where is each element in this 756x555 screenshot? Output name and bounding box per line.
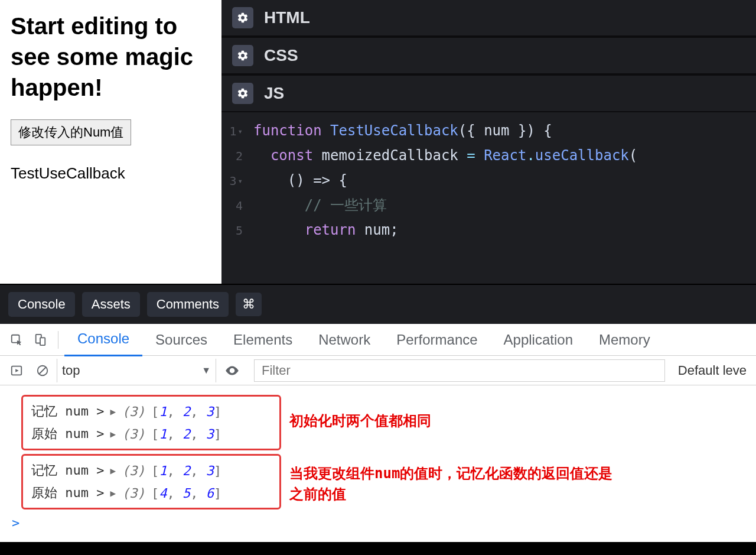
editor-js-title: JS (264, 84, 284, 103)
array-preview: [1, 2, 3] (151, 427, 221, 442)
expand-icon[interactable]: ▶ (110, 465, 116, 476)
line-number: 3▾ (221, 171, 253, 192)
inspect-element-icon[interactable] (5, 328, 28, 352)
expand-icon[interactable]: ▶ (110, 429, 116, 440)
codepen-bottom-tabs: Console Assets Comments ⌘ (0, 284, 756, 324)
devtools-console-toolbar: top ▼ Default leve (0, 356, 756, 385)
log-label: 记忆 num > (31, 462, 104, 479)
filter-input[interactable] (254, 359, 665, 382)
execution-context-select[interactable]: top ▼ (57, 359, 216, 382)
array-length: (3) (122, 463, 145, 478)
tab-assets[interactable]: Assets (82, 292, 140, 317)
log-row[interactable]: 记忆 num > ▶ (3) [1, 2, 3] (23, 400, 279, 423)
expand-icon[interactable]: ▶ (110, 488, 116, 499)
devtools-tab-sources[interactable]: Sources (142, 324, 220, 356)
array-preview: [1, 2, 3] (151, 463, 221, 478)
devtools-tab-application[interactable]: Application (491, 324, 586, 356)
array-length: (3) (122, 404, 145, 419)
line-number: 4 (221, 196, 253, 216)
annotated-group-1: 记忆 num > ▶ (3) [1, 2, 3] 原始 num > ▶ (3) … (21, 395, 281, 450)
svg-rect-2 (40, 337, 45, 345)
devtools-tab-memory[interactable]: Memory (586, 324, 663, 356)
devtools-tab-console[interactable]: Console (64, 323, 142, 356)
log-label: 记忆 num > (31, 403, 104, 420)
preview-heading: Start editing to see some magic happen! (11, 11, 211, 103)
tab-console[interactable]: Console (8, 292, 75, 317)
console-prompt[interactable]: > (12, 515, 750, 530)
line-number: 2 (221, 146, 253, 167)
annotated-group-2: 记忆 num > ▶ (3) [1, 2, 3] 原始 num > ▶ (3) … (21, 454, 281, 509)
console-output: 记忆 num > ▶ (3) [1, 2, 3] 原始 num > ▶ (3) … (0, 385, 756, 542)
editor-css-title: CSS (264, 46, 298, 65)
live-expression-icon[interactable] (219, 363, 246, 378)
svg-line-6 (40, 367, 46, 374)
code-line: () => { (253, 168, 347, 193)
array-preview: [4, 5, 6] (151, 486, 221, 501)
devtools-panel: Console Sources Elements Network Perform… (0, 324, 756, 542)
toggle-sidebar-icon[interactable] (5, 359, 28, 382)
context-value: top (62, 363, 80, 378)
svg-marker-4 (15, 369, 19, 372)
log-label: 原始 num > (31, 425, 104, 443)
editor-html-header[interactable]: HTML (221, 0, 756, 37)
log-label: 原始 num > (31, 484, 104, 502)
log-row[interactable]: 记忆 num > ▶ (3) [1, 2, 3] (23, 459, 279, 482)
log-row[interactable]: 原始 num > ▶ (3) [1, 2, 3] (23, 423, 279, 445)
editor-pane: HTML CSS JS 1▾ function TestUseCallback(… (221, 0, 756, 284)
array-preview: [1, 2, 3] (151, 404, 221, 419)
annotation-1: 初始化时两个值都相同 (289, 411, 431, 431)
gear-icon[interactable] (232, 7, 253, 28)
annotation-2: 当我更改组件num的值时，记忆化函数的返回值还是之前的值 (289, 463, 620, 505)
component-name-label: TestUseCallback (11, 164, 211, 183)
array-length: (3) (122, 427, 145, 442)
devtools-tab-network[interactable]: Network (305, 324, 383, 356)
editor-css-header[interactable]: CSS (221, 37, 756, 74)
line-number: 1▾ (221, 121, 253, 142)
code-line: function TestUseCallback({ num }) { (253, 118, 552, 143)
devtools-tab-elements[interactable]: Elements (220, 324, 305, 356)
keyboard-shortcuts-button[interactable]: ⌘ (236, 293, 262, 316)
change-num-button[interactable]: 修改传入的Num值 (11, 119, 131, 145)
array-length: (3) (122, 486, 145, 501)
log-level-select[interactable]: Default leve (673, 363, 751, 378)
log-row[interactable]: 原始 num > ▶ (3) [4, 5, 6] (23, 482, 279, 504)
gear-icon[interactable] (232, 83, 253, 104)
devtools-tab-performance[interactable]: Performance (383, 324, 490, 356)
code-line: return num; (253, 218, 399, 242)
separator (58, 331, 58, 349)
device-toggle-icon[interactable] (28, 328, 52, 352)
tab-comments[interactable]: Comments (147, 292, 229, 317)
js-code-editor[interactable]: 1▾ function TestUseCallback({ num }) { 2… (221, 112, 756, 284)
expand-icon[interactable]: ▶ (110, 406, 116, 417)
code-line: const memoizedCallback = React.useCallba… (253, 143, 637, 168)
code-line: // 一些计算 (253, 193, 387, 218)
preview-pane: Start editing to see some magic happen! … (0, 0, 221, 284)
line-number: 5 (221, 220, 253, 241)
gear-icon[interactable] (232, 45, 253, 66)
editor-js-header[interactable]: JS (221, 74, 756, 112)
chevron-down-icon: ▼ (201, 365, 211, 376)
devtools-tab-bar: Console Sources Elements Network Perform… (0, 324, 756, 356)
editor-html-title: HTML (264, 8, 310, 27)
clear-console-icon[interactable] (31, 359, 54, 382)
